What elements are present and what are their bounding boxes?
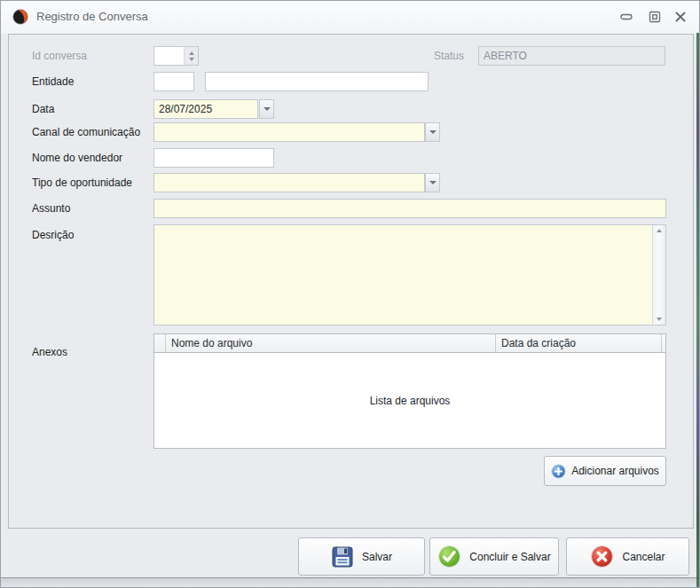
check-icon bbox=[437, 545, 461, 568]
id-conversa-label: Id conversa bbox=[32, 50, 87, 63]
desktop-edge-artifact bbox=[696, 33, 699, 587]
assunto-label: Assunto bbox=[32, 202, 70, 216]
close-button[interactable] bbox=[671, 9, 690, 25]
tipo-combobox[interactable] bbox=[153, 173, 425, 192]
empty-list-text: Lista de arquivos bbox=[370, 395, 451, 407]
chevron-down-icon bbox=[429, 181, 437, 184]
save-floppy-icon bbox=[331, 545, 354, 568]
entidade-label: Entidade bbox=[32, 75, 74, 89]
cancelar-label: Cancelar bbox=[622, 551, 665, 563]
chevron-down-icon bbox=[263, 107, 271, 111]
spin-up-icon[interactable] bbox=[189, 51, 194, 55]
data-label: Data bbox=[32, 103, 54, 116]
titlebar: Registro de Conversa bbox=[1, 1, 699, 34]
maximize-button[interactable] bbox=[645, 9, 665, 25]
scroll-up-icon[interactable] bbox=[657, 229, 662, 232]
salvar-label: Salvar bbox=[362, 551, 392, 563]
descricao-textarea[interactable] bbox=[153, 224, 666, 325]
canal-dropdown-button[interactable] bbox=[425, 122, 440, 142]
column-header-data-da-criacao[interactable]: Data da criação bbox=[496, 334, 662, 352]
add-plus-icon bbox=[551, 464, 566, 479]
anexos-label: Anexos bbox=[32, 346, 67, 359]
column-header-nome-do-arquivo[interactable]: Nome do arquivo bbox=[166, 334, 496, 352]
anexos-table: Nome do arquivo Data da criação Lista de… bbox=[153, 333, 666, 449]
vendedor-label: Nome do vendedor bbox=[32, 152, 122, 165]
cancelar-button[interactable]: Cancelar bbox=[566, 537, 689, 576]
scroll-down-icon[interactable] bbox=[657, 318, 662, 321]
entidade-code-input[interactable] bbox=[153, 72, 194, 91]
minimize-icon bbox=[620, 11, 633, 23]
close-icon bbox=[674, 11, 687, 23]
window-title: Registro de Conversa bbox=[36, 10, 148, 23]
data-input[interactable] bbox=[153, 99, 258, 119]
window-shadow bbox=[1, 578, 699, 588]
descricao-scrollbar[interactable] bbox=[652, 225, 665, 325]
descricao-label: Desrição bbox=[32, 229, 74, 242]
row-indicator-column bbox=[154, 334, 166, 352]
canal-combobox[interactable] bbox=[153, 122, 425, 142]
chevron-down-icon bbox=[429, 130, 437, 134]
concluir-e-salvar-label: Concluir e Salvar bbox=[469, 551, 550, 563]
concluir-e-salvar-button[interactable]: Concluir e Salvar bbox=[429, 537, 559, 576]
entidade-name-input[interactable] bbox=[205, 72, 429, 91]
adicionar-arquivos-label: Adicionar arquivos bbox=[571, 465, 659, 477]
adicionar-arquivos-button[interactable]: Adicionar arquivos bbox=[544, 456, 666, 486]
cancel-x-icon bbox=[590, 545, 614, 568]
spin-down-icon[interactable] bbox=[189, 58, 194, 61]
tipo-label: Tipo de oportunidade bbox=[32, 176, 132, 190]
spinner-buttons[interactable] bbox=[184, 47, 198, 65]
status-label: Status bbox=[434, 50, 464, 63]
assunto-input[interactable] bbox=[153, 199, 666, 218]
minimize-button[interactable] bbox=[617, 9, 636, 25]
maximize-icon bbox=[649, 11, 661, 23]
tipo-dropdown-button[interactable] bbox=[425, 173, 440, 192]
anexos-table-header: Nome do arquivo Data da criação bbox=[154, 334, 665, 353]
app-icon bbox=[12, 9, 28, 25]
canal-label: Canal de comunicação bbox=[32, 126, 140, 139]
salvar-button[interactable]: Salvar bbox=[298, 537, 425, 576]
anexos-table-body: Lista de arquivos bbox=[154, 353, 665, 448]
vendedor-input[interactable] bbox=[153, 148, 274, 168]
id-conversa-spinner[interactable] bbox=[153, 46, 199, 66]
status-field bbox=[478, 46, 665, 66]
data-dropdown-button[interactable] bbox=[259, 99, 274, 119]
registro-conversa-window: Registro de Conversa Id conversa Status bbox=[0, 0, 700, 588]
